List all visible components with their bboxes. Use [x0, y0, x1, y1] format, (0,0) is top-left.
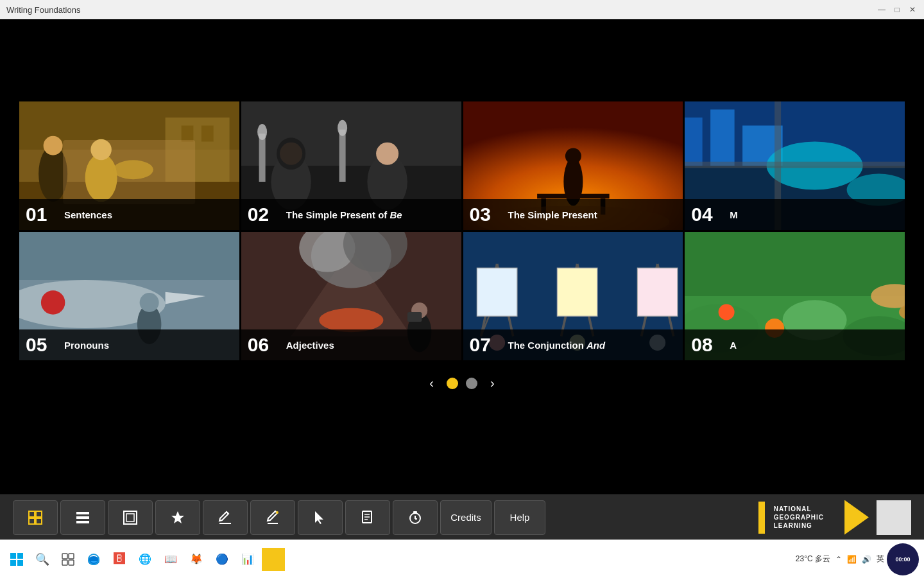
unit-02-number: 02	[248, 205, 280, 224]
svg-rect-86	[76, 516, 89, 519]
unit-06-number: 06	[248, 335, 280, 355]
play-button[interactable]	[839, 500, 874, 535]
pen-button[interactable]	[203, 500, 248, 535]
list-view-button[interactable]	[60, 500, 105, 535]
help-button[interactable]: Help	[494, 500, 545, 535]
unit-04-footer: 04 M	[685, 199, 905, 230]
svg-rect-85	[76, 512, 89, 514]
unit-card-02[interactable]: 02 The Simple Present of Be	[241, 101, 461, 230]
svg-point-10	[113, 160, 153, 179]
units-grid: 01 Sentences	[19, 101, 905, 360]
svg-rect-5	[201, 126, 214, 142]
page-dot-2[interactable]	[466, 378, 477, 389]
svg-marker-90	[171, 511, 184, 523]
svg-rect-55	[407, 312, 422, 322]
toolbar: Credits Help NATIONAL GEOGRAPHIC LEARNIN…	[0, 495, 924, 539]
unit-02-footer: 02 The Simple Present of Be	[241, 199, 461, 230]
unit-06-footer: 06 Adjectives	[241, 329, 461, 360]
svg-rect-12	[241, 101, 461, 166]
nat-geo-logo: NATIONAL GEOGRAPHIC LEARNING	[758, 502, 824, 534]
unit-01-title: Sentences	[64, 209, 112, 220]
svg-rect-26	[537, 194, 610, 199]
svg-rect-106	[10, 560, 16, 566]
credits-button[interactable]: Credits	[440, 500, 492, 535]
close-button[interactable]: ✕	[907, 4, 918, 15]
unit-03-title: The Simple Present	[508, 209, 597, 220]
svg-point-21	[376, 143, 398, 165]
unit-01-number: 01	[26, 205, 58, 224]
grid-view-button[interactable]	[13, 500, 58, 535]
pagination: ‹ ›	[424, 373, 499, 393]
svg-rect-4	[182, 126, 194, 142]
marker-button[interactable]	[250, 500, 295, 535]
svg-point-19	[277, 137, 305, 170]
svg-rect-88	[124, 511, 137, 524]
taskbar-arrow-up[interactable]: ⌃	[835, 555, 842, 564]
svg-marker-95	[315, 511, 323, 524]
unit-08-footer: 08 A	[685, 329, 905, 360]
taskbar-app-5[interactable]: 🔵	[210, 548, 234, 571]
unit-08-title: A	[730, 340, 737, 351]
taskbar-app-3[interactable]: 📖	[159, 548, 182, 571]
maximize-button[interactable]: □	[892, 4, 902, 15]
taskbar: 🔍 🅱 🌐 📖 🦊 🔵 📊 23°C 多云 ⌃ 📶 🔊 英 00:00	[0, 539, 924, 578]
svg-rect-67	[637, 268, 678, 316]
unit-card-06[interactable]: 06 Adjectives	[241, 232, 461, 360]
svg-point-25	[565, 148, 581, 164]
frame-button[interactable]	[108, 500, 153, 535]
svg-rect-37	[685, 162, 905, 168]
svg-rect-108	[62, 554, 67, 559]
svg-point-7	[44, 136, 63, 155]
unit-card-05[interactable]: 05 Pronouns	[19, 232, 239, 360]
svg-rect-109	[69, 554, 74, 559]
taskbar-app-4[interactable]: 🦊	[185, 548, 208, 571]
svg-rect-105	[17, 553, 23, 559]
task-view-button[interactable]	[56, 548, 80, 571]
timer-button[interactable]	[393, 500, 438, 535]
svg-point-52	[319, 308, 383, 333]
svg-rect-32	[685, 118, 703, 166]
svg-rect-107	[17, 560, 23, 566]
unit-06-title: Adjectives	[286, 340, 334, 351]
windows-start-button[interactable]	[5, 548, 28, 571]
taskbar-app-1[interactable]: 🅱	[108, 548, 131, 571]
svg-rect-81	[29, 511, 35, 517]
cursor-button[interactable]	[298, 500, 343, 535]
clock: 00:00	[887, 543, 919, 575]
unit-02-title: The Simple Present of Be	[286, 209, 402, 220]
unit-card-03[interactable]: 03 The Simple Present	[463, 101, 683, 230]
main-content: 01 Sentences	[0, 19, 924, 475]
unit-08-number: 08	[691, 335, 723, 355]
window-title: Writing Foundations	[6, 5, 80, 15]
svg-point-43	[41, 290, 65, 315]
next-page-button[interactable]: ›	[485, 373, 500, 393]
search-icon-taskbar[interactable]: 🔍	[31, 548, 54, 571]
taskbar-app-2[interactable]: 🌐	[133, 548, 157, 571]
language-switcher[interactable]: 英	[877, 554, 884, 565]
page-dot-1[interactable]	[447, 378, 458, 389]
unit-07-footer: 07 The Conjunction And	[463, 329, 683, 360]
unit-04-title: M	[730, 209, 738, 220]
weather-info: 23°C 多云	[796, 554, 830, 565]
prev-page-button[interactable]: ‹	[424, 373, 439, 393]
audio-icon: 🔊	[862, 555, 871, 564]
taskbar-app-powerpoint[interactable]: 📊	[236, 548, 259, 571]
title-bar: Writing Foundations — □ ✕	[0, 0, 924, 19]
unit-card-07[interactable]: 07 The Conjunction And	[463, 232, 683, 360]
taskbar-app-natgeo[interactable]	[262, 548, 285, 571]
taskbar-app-edge[interactable]	[82, 548, 105, 571]
unit-07-number: 07	[470, 335, 502, 355]
svg-rect-64	[557, 268, 597, 316]
unit-card-01[interactable]: 01 Sentences	[19, 101, 239, 230]
unit-03-number: 03	[470, 205, 502, 224]
minimize-button[interactable]: —	[877, 4, 887, 15]
svg-rect-87	[76, 521, 89, 523]
svg-point-112	[88, 556, 99, 565]
star-button[interactable]	[155, 500, 200, 535]
unit-card-04[interactable]: 04 M	[685, 101, 905, 230]
unit-card-08[interactable]: 08 A	[685, 232, 905, 360]
svg-point-8	[85, 153, 117, 202]
svg-point-93	[276, 511, 278, 514]
network-icon: 📶	[847, 555, 857, 564]
doc-button[interactable]	[345, 500, 390, 535]
